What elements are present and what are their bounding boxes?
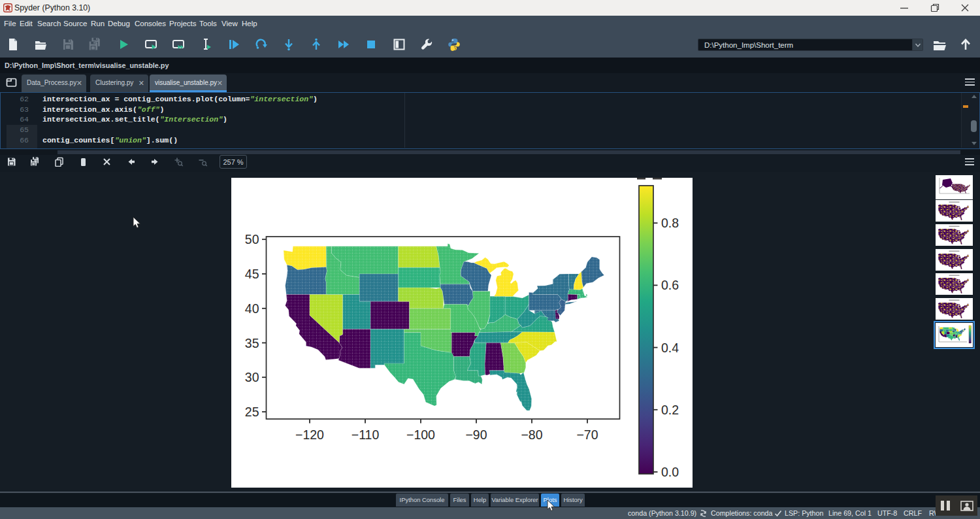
svg-text:0.2: 0.2	[661, 403, 679, 417]
svg-text:−90: −90	[465, 427, 487, 442]
svg-text:0.6: 0.6	[661, 278, 679, 292]
svg-text:45: 45	[245, 267, 259, 281]
svg-text:50: 50	[245, 232, 259, 246]
svg-text:S: S	[9, 8, 12, 12]
svg-text:0.8: 0.8	[661, 216, 679, 230]
svg-text:−80: −80	[521, 427, 542, 442]
svg-text:−70: −70	[576, 427, 598, 442]
svg-text:−110: −110	[351, 427, 380, 442]
svg-text:30: 30	[245, 370, 259, 384]
svg-text:0.0: 0.0	[661, 465, 679, 479]
svg-text:25: 25	[245, 405, 259, 419]
svg-text:−120: −120	[295, 427, 324, 442]
svg-text:0.4: 0.4	[661, 341, 679, 355]
svg-text:35: 35	[245, 336, 259, 350]
svg-text:40: 40	[245, 301, 259, 316]
svg-text:−100: −100	[406, 427, 435, 442]
